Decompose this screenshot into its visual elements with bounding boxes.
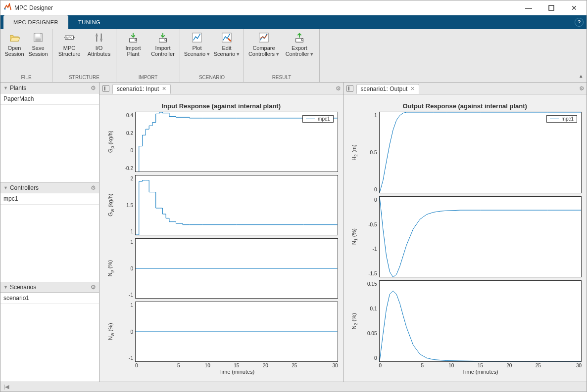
output-plot-area[interactable]: Output Response (against internal plant)… [343,94,587,382]
statusbar: |◀ [0,382,587,392]
toolstrip-group-result: Compare Controllers C Export Controller … [244,29,320,82]
dock-layout-icon[interactable] [102,85,109,92]
svg-text:G: G [135,38,137,42]
caret-down-icon: ▼ [3,185,8,190]
scenarios-panel: ▼ Scenarios ⚙ scenario1 [0,282,99,382]
plot-box[interactable] [135,302,338,362]
chart: N2 (%)0.150.10.050 [348,280,582,362]
toolstrip-group-import: G Import Plant C Import Controller IMPOR… [116,29,180,82]
toolstrip-group-structure: MPC MPC Structure I/O Attributes STRUCTU… [52,29,116,82]
controllers-header[interactable]: ▼ Controllers ⚙ [0,182,99,193]
svg-rect-3 [36,34,40,37]
gear-icon[interactable]: ⚙ [91,184,96,191]
y-axis-label: Gp (kg/h) [104,112,117,172]
tab-mpc-designer[interactable]: MPC DESIGNER [3,15,68,29]
help-button[interactable]: ? [575,18,584,27]
y-axis-ticks: 10.50 [361,112,379,193]
tab-close-icon[interactable]: ✕ [410,86,415,92]
y-axis-ticks: 0-0.5-1-1.5 [361,196,379,278]
svg-point-12 [100,38,102,41]
chart: Np (%)10-1 [104,238,338,299]
y-axis-ticks: 10-1 [117,302,135,362]
plot-box[interactable]: mpc1 [379,112,582,193]
y-axis-label: H2 (m) [348,112,361,193]
plants-panel: ▼ Plants ⚙ PaperMach [0,83,99,182]
x-axis-ticks: 051015202530 [379,362,582,368]
tab-close-icon[interactable]: ✕ [162,86,166,92]
list-item[interactable]: scenario1 [0,293,99,304]
caret-down-icon: ▼ [3,86,8,90]
y-axis-label: Nw (%) [104,302,117,362]
plot-scenario-button[interactable]: Plot Scenario [182,32,212,57]
output-plot-tab[interactable]: scenario1: Output ✕ [356,84,420,94]
save-session-button[interactable]: Save Session [26,32,50,57]
minimize-button[interactable]: — [517,0,540,15]
x-axis-label: Time (minutes) [379,368,582,377]
svg-rect-4 [36,39,41,42]
input-plot-tab[interactable]: scenario1: Input ✕ [112,84,171,94]
gear-icon[interactable]: ⚙ [336,85,341,92]
y-axis-label: Gw (kg/h) [104,175,117,235]
toolstrip-group-file: Open Session Save Session FILE [0,29,52,82]
input-plot-area[interactable]: Input Response (against internal plant) … [99,94,343,382]
open-session-button[interactable]: Open Session [2,32,26,57]
chart: H2 (m)10.50mpc1 [348,112,582,193]
close-button[interactable]: ✕ [563,0,586,15]
y-axis-label: Np (%) [104,238,117,299]
import-controller-button[interactable]: C Import Controller [148,32,178,57]
chart: N1 (%)0-0.5-1-1.5 [348,196,582,278]
svg-text:MPC: MPC [66,36,72,39]
collapse-toolstrip-icon[interactable]: ▴ [580,73,583,79]
input-plot-pane: scenario1: Input ✕ ⚙ Input Response (aga… [99,83,343,382]
chart: Gp (kg/h)0.40.20-0.2mpc1 [104,112,338,172]
rewind-icon[interactable]: |◀ [3,384,9,390]
plants-header[interactable]: ▼ Plants ⚙ [0,83,99,93]
y-axis-ticks: 0.150.10.050 [361,280,379,362]
svg-text:C: C [301,38,303,42]
scenarios-header[interactable]: ▼ Scenarios ⚙ [0,282,99,293]
list-item[interactable]: mpc1 [0,193,99,205]
maximize-button[interactable] [540,0,563,15]
y-axis-label: N1 (%) [348,196,361,278]
chart-title: Output Response (against internal plant) [348,99,582,112]
gear-icon[interactable]: ⚙ [579,85,585,92]
compare-controllers-button[interactable]: Compare Controllers [246,32,282,57]
svg-point-0 [4,8,6,10]
controllers-panel: ▼ Controllers ⚙ mpc1 [0,182,99,282]
output-plot-pane: scenario1: Output ✕ ⚙ Output Response (a… [343,83,587,382]
edit-scenario-button[interactable]: Edit Scenario [212,32,242,57]
titlebar[interactable]: MPC Designer — ✕ [0,0,587,15]
list-item[interactable]: PaperMach [0,93,99,105]
mpc-structure-button[interactable]: MPC MPC Structure [54,32,84,57]
y-axis-ticks: 21.51 [117,175,135,235]
chart: Gw (kg/h)21.51 [104,175,338,235]
input-plot-tabbar: scenario1: Input ✕ ⚙ [99,83,343,94]
x-axis-ticks: 051015202530 [135,362,338,368]
plot-box[interactable] [135,175,338,235]
toolstrip-tabs: MPC DESIGNER TUNING ? [0,15,587,29]
toolstrip-group-scenario: Plot Scenario Edit Scenario SCENARIO [180,29,244,82]
gear-icon[interactable]: ⚙ [91,85,96,91]
dock-layout-icon[interactable] [346,85,353,92]
export-controller-button[interactable]: C Export Controller [282,32,317,57]
tab-tuning[interactable]: TUNING [68,15,110,29]
plot-box[interactable] [135,238,338,299]
plot-box[interactable] [379,280,582,362]
output-plot-tabbar: scenario1: Output ✕ ⚙ [343,83,587,94]
gear-icon[interactable]: ⚙ [91,284,96,291]
y-axis-ticks: 0.40.20-0.2 [117,112,135,172]
main-content: ▼ Plants ⚙ PaperMach ▼ Controllers ⚙ mpc… [0,83,587,382]
plot-box[interactable] [379,196,582,278]
plots-area: scenario1: Input ✕ ⚙ Input Response (aga… [99,83,587,382]
import-plant-button[interactable]: G Import Plant [118,32,148,57]
io-attributes-button[interactable]: I/O Attributes [84,32,114,57]
y-axis-label: N2 (%) [348,280,361,362]
x-axis-label: Time (minutes) [135,368,338,377]
chart-title: Input Response (against internal plant) [104,99,338,112]
svg-point-11 [96,35,98,37]
window-title: MPC Designer [14,4,517,11]
chart: Nw (%)10-1 [104,302,338,362]
caret-down-icon: ▼ [3,285,8,290]
plot-box[interactable]: mpc1 [135,112,338,172]
toolstrip: Open Session Save Session FILE MPC MPC S… [0,29,587,83]
